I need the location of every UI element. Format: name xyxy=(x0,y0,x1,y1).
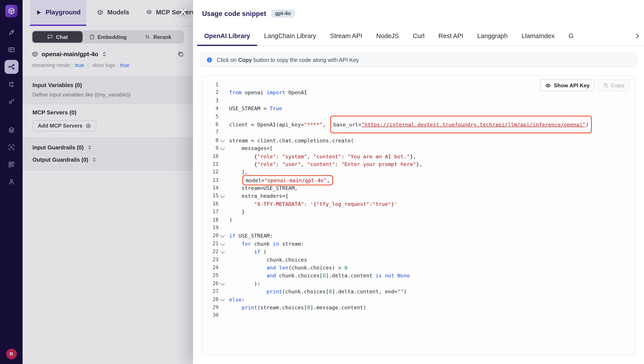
copy-button[interactable]: Copy xyxy=(598,80,629,91)
fold-chevron-icon[interactable] xyxy=(219,139,227,142)
modal-backdrop[interactable] xyxy=(0,0,193,364)
usage-code-snippet-modal: Usage code snippet gpt-4o OpenAI Library… xyxy=(193,0,644,364)
code-text: if ( xyxy=(229,248,267,256)
code-lines: 12from openai import OpenAI34USE_STREAM … xyxy=(202,76,635,320)
code-line: 14 stream=USE_STREAM, xyxy=(206,184,635,192)
line-number: 8 xyxy=(206,136,219,144)
line-number: 16 xyxy=(206,200,219,208)
code-text: chunk.choices xyxy=(229,256,307,264)
line-number: 21 xyxy=(206,240,219,248)
tab-label: Rest API xyxy=(439,32,463,40)
code-text: for chunk in stream: xyxy=(229,240,304,248)
tab-label: Stream API xyxy=(330,32,362,40)
line-number: 18 xyxy=(206,216,219,224)
code-line: 21 for chunk in stream: xyxy=(206,240,635,248)
code-text: USE_STREAM = True xyxy=(229,104,282,112)
code-line: 24 and len(chunk.choices) > 0 xyxy=(206,264,635,272)
code-line: 17 } xyxy=(206,208,635,216)
tab-nodejs[interactable]: NodeJS xyxy=(369,27,406,46)
line-number: 30 xyxy=(206,312,219,320)
code-text: client = OpenAI(api_key="****", base_url… xyxy=(229,120,593,128)
code-text: and chunk.choices[0].delta.content is no… xyxy=(229,272,410,280)
chevron-right-icon[interactable] xyxy=(631,27,641,45)
code-line: 19 xyxy=(206,224,635,232)
line-number: 14 xyxy=(206,184,219,192)
line-number: 6 xyxy=(206,120,219,128)
line-number: 25 xyxy=(206,272,219,280)
tab-label: LangChain Library xyxy=(264,32,316,40)
tab-stream-api[interactable]: Stream API xyxy=(323,27,369,46)
code-line: 29 print(stream.choices[0].message.conte… xyxy=(206,304,635,311)
close-icon[interactable] xyxy=(176,5,190,19)
code-line: 15 extra_headers={ xyxy=(206,192,635,200)
highlight-box: model="openai-main/gpt-4o", xyxy=(243,175,333,185)
fold-chevron-icon[interactable] xyxy=(219,250,227,253)
tab-label: G xyxy=(568,32,573,40)
fold-chevron-icon[interactable] xyxy=(219,195,227,198)
modal-title: Usage code snippet xyxy=(202,10,266,18)
fold-chevron-icon[interactable] xyxy=(219,147,227,150)
code-line: 11 {"role": "user", "content": "Enter yo… xyxy=(206,160,635,168)
code-line: 16 "X-TFY-METADATA": '{"tfy_log_request"… xyxy=(206,200,635,208)
line-number: 17 xyxy=(206,208,219,216)
fold-chevron-icon[interactable] xyxy=(219,234,227,237)
code-text: stream = client.chat.completions.create( xyxy=(229,136,354,144)
code-text: else: xyxy=(229,296,245,304)
info-banner-text: Click on Copy button to copy the code al… xyxy=(217,57,359,63)
code-text: if USE_STREAM: xyxy=(229,232,273,240)
tab-llamaindex[interactable]: LlamaIndex xyxy=(515,27,561,46)
info-banner: Click on Copy button to copy the code al… xyxy=(200,53,637,67)
tab-rest-api[interactable]: Rest API xyxy=(432,27,470,46)
fold-chevron-icon[interactable] xyxy=(219,282,227,285)
code-text: {"role": "user", "content": "Enter your … xyxy=(229,160,422,168)
code-text: ): xyxy=(229,280,260,288)
code-line: 8stream = client.chat.completions.create… xyxy=(206,136,635,144)
code-text: ) xyxy=(229,216,232,224)
model-badge: gpt-4o xyxy=(271,10,295,18)
show-api-key-label: Show API Key xyxy=(554,82,590,88)
code-actions: Show API Key Copy xyxy=(540,80,629,91)
code-text: extra_headers={ xyxy=(229,192,288,200)
line-number: 2 xyxy=(206,89,219,97)
tab-langchain-library[interactable]: LangChain Library xyxy=(257,27,323,46)
code-block: Show API Key Copy 12from openai import O… xyxy=(202,75,635,355)
code-line: 4USE_STREAM = True xyxy=(206,104,635,112)
tab-openai-library[interactable]: OpenAI Library xyxy=(197,27,257,46)
copy-icon xyxy=(603,82,608,88)
code-line: 22 if ( xyxy=(206,248,635,256)
code-text: "X-TFY-METADATA": '{"tfy_log_request":"t… xyxy=(229,200,397,208)
line-number: 13 xyxy=(206,176,219,184)
line-number: 26 xyxy=(206,280,219,288)
fold-chevron-icon[interactable] xyxy=(219,242,227,246)
line-number: 7 xyxy=(206,128,219,136)
tab-label: Curl xyxy=(413,32,424,40)
line-number: 29 xyxy=(206,304,219,311)
highlight-box: base_url="https://internal.devtest.truef… xyxy=(330,116,592,134)
line-number: 27 xyxy=(206,288,219,296)
tab-langgraph[interactable]: Langgraph xyxy=(470,27,515,46)
code-line: 23 chunk.choices xyxy=(206,256,635,264)
line-number: 24 xyxy=(206,264,219,272)
app: R Playground Models MCP Servers Chat xyxy=(0,0,644,364)
code-line: 28else: xyxy=(206,296,635,304)
line-number: 9 xyxy=(206,144,219,152)
code-text: {"role": "system", "content": "You are a… xyxy=(229,152,416,160)
code-text: } xyxy=(229,208,245,216)
eye-icon xyxy=(545,82,551,88)
code-line: 3 xyxy=(206,97,635,104)
tab-overflow[interactable]: G xyxy=(562,27,580,46)
fold-chevron-icon[interactable] xyxy=(219,298,227,301)
line-number: 11 xyxy=(206,160,219,168)
code-line: 9 messages=[ xyxy=(206,144,635,152)
tab-label: LlamaIndex xyxy=(522,32,554,40)
show-api-key-button[interactable]: Show API Key xyxy=(540,80,594,91)
modal-header: Usage code snippet gpt-4o xyxy=(193,0,644,27)
code-text: stream=USE_STREAM, xyxy=(229,184,298,192)
tab-label: NodeJS xyxy=(376,32,399,40)
code-line: 13 model="openai-main/gpt-4o", xyxy=(206,176,635,184)
line-number: 20 xyxy=(206,232,219,240)
tab-curl[interactable]: Curl xyxy=(406,27,432,46)
code-line: 25 and chunk.choices[0].delta.content is… xyxy=(206,272,635,280)
line-number: 19 xyxy=(206,224,219,232)
line-number: 5 xyxy=(206,113,219,120)
